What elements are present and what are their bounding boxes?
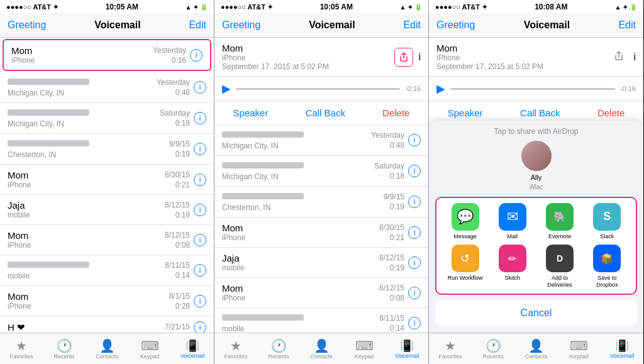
greeting-btn-3[interactable]: Greeting — [436, 19, 475, 31]
info-btn-detail-3[interactable]: i — [633, 52, 636, 63]
airdrop-contact[interactable]: Ally iMac — [521, 141, 552, 190]
play-button[interactable]: ▶ — [222, 82, 231, 96]
tab-keypad-2[interactable]: ⌨ Keypad — [343, 339, 386, 360]
tab-favorites-3[interactable]: ★ Favorites — [429, 339, 472, 360]
tab-voicemail-2[interactable]: 📳 Voicemail — [386, 340, 428, 359]
edit-btn-3[interactable]: Edit — [618, 19, 636, 31]
list-item[interactable]: H ❤ 7/21/15 i — [0, 316, 214, 333]
vm-info: Jaja mobile — [8, 200, 165, 219]
tab-label: Voicemail — [610, 353, 635, 359]
info-btn[interactable]: i — [194, 174, 206, 186]
list-item[interactable]: Jaja mobile 8/12/15 0:19 i — [0, 195, 214, 225]
app-deliveries[interactable]: D Add to Deliveries — [541, 245, 579, 289]
speaker-button[interactable]: Speaker — [233, 108, 269, 118]
delete-button[interactable]: Delete — [382, 108, 409, 118]
vm-sub: mobile — [8, 211, 165, 219]
info-btn[interactable]: i — [408, 165, 421, 177]
info-btn[interactable]: i — [408, 256, 421, 269]
vm-name: Mom — [8, 291, 169, 302]
tab-keypad-3[interactable]: ⌨ Keypad — [558, 339, 601, 360]
vm-info: Mom iPhone — [8, 230, 165, 250]
list-item[interactable]: Mom iPhone 8/1/15 0:28 i — [0, 286, 214, 316]
speaker-button-3[interactable]: Speaker — [448, 108, 483, 118]
app-skitch[interactable]: ✏ Skitch — [494, 245, 531, 289]
share-button[interactable] — [394, 48, 413, 67]
greeting-btn-1[interactable]: Greeting — [8, 19, 46, 31]
info-btn-selected[interactable]: i — [190, 49, 203, 62]
info-btn[interactable]: i — [408, 134, 421, 146]
app-workflow[interactable]: ↺ Run Workflow — [447, 245, 484, 289]
list-item[interactable]: Chesterton, IN 9/9/15 0:19 i — [214, 187, 428, 218]
list-item[interactable]: mobile 8/11/15 0:14 i — [0, 255, 214, 286]
info-btn[interactable]: i — [408, 196, 421, 208]
vm-date: Saturday — [160, 109, 190, 118]
list-item[interactable]: Michigan City, IN Yesterday 0:48 i — [214, 125, 428, 156]
info-btn[interactable]: i — [408, 287, 421, 299]
tab-recents-2[interactable]: 🕐 Recents — [257, 339, 300, 360]
info-btn[interactable]: i — [408, 317, 421, 329]
info-btn-detail[interactable]: i — [418, 52, 421, 63]
tab-recents[interactable]: 🕐 Recents — [43, 339, 86, 360]
vm-date: Yesterday — [157, 78, 190, 87]
callback-button[interactable]: Call Back — [306, 108, 345, 118]
tab-bar-1: ★ Favorites 🕐 Recents 👤 Contacts ⌨ Keypa… — [0, 333, 214, 364]
edit-btn-2[interactable]: Edit — [403, 19, 421, 31]
info-btn[interactable]: i — [194, 264, 206, 277]
cancel-button[interactable]: Cancel — [435, 300, 637, 326]
tab-favorites-2[interactable]: ★ Favorites — [214, 339, 257, 360]
tab-keypad[interactable]: ⌨ Keypad — [128, 339, 171, 360]
info-btn[interactable]: i — [194, 204, 206, 216]
app-evernote[interactable]: 🐘 Evernote — [541, 203, 579, 240]
greeting-btn-2[interactable]: Greeting — [222, 19, 260, 31]
vm-duration: 0:08 — [390, 294, 404, 302]
app-label: Save to Dropbox — [588, 275, 626, 289]
tab-label: Keypad — [140, 353, 160, 360]
app-label: Message — [453, 233, 477, 240]
airdrop-contacts: Ally iMac — [429, 141, 643, 197]
tab-contacts[interactable]: 👤 Contacts — [86, 339, 128, 360]
app-message[interactable]: 💬 Message — [447, 203, 484, 240]
info-btn[interactable]: i — [194, 234, 206, 246]
list-item[interactable]: Mom iPhone 8/30/15 0:21 i — [0, 165, 214, 195]
tab-label: Contacts — [96, 353, 118, 360]
list-item[interactable]: mobile 8/11/15 0:14 i — [214, 308, 428, 333]
info-btn[interactable]: i — [194, 295, 206, 307]
list-item[interactable]: Mom iPhone 8/30/15 0:21 i — [214, 218, 428, 248]
vm-item-selected[interactable]: Mom iPhone Yesterday 0:16 i — [3, 39, 211, 71]
contact-date-3: September 17, 2015 at 5:02 PM — [436, 62, 543, 71]
tab-recents-3[interactable]: 🕐 Recents — [472, 339, 514, 360]
vm-date: Yesterday — [371, 131, 404, 140]
list-item[interactable]: Chesterton, IN 9/9/15 0:19 i — [0, 134, 214, 165]
tab-contacts-2[interactable]: 👤 Contacts — [300, 339, 343, 360]
progress-track[interactable] — [236, 88, 400, 90]
tab-voicemail-3[interactable]: 📳 Voicemail — [601, 340, 643, 359]
info-btn[interactable]: i — [194, 143, 206, 155]
info-btn[interactable]: i — [408, 226, 421, 239]
tab-label: Voicemail — [395, 353, 419, 359]
list-item[interactable]: Mom iPhone 8/12/15 0:08 i — [214, 278, 428, 308]
app-mail[interactable]: ✉ Mail — [494, 203, 531, 240]
vm-right: Yesterday 0:48 — [371, 131, 404, 150]
delete-button-3[interactable]: Delete — [597, 108, 625, 118]
info-btn[interactable]: i — [194, 321, 206, 333]
info-btn[interactable]: i — [194, 81, 206, 94]
vm-right: 8/1/15 0:28 — [169, 292, 190, 311]
app-slack[interactable]: S Slack — [588, 203, 626, 240]
info-btn[interactable]: i — [194, 112, 206, 124]
app-dropbox[interactable]: 📦 Save to Dropbox — [588, 245, 626, 289]
list-item[interactable]: Michigan City, IN Saturday 0:18 i — [214, 156, 428, 187]
deliveries-icon: D — [546, 245, 574, 272]
tab-voicemail[interactable]: 📳 Voicemail — [171, 340, 214, 359]
tab-contacts-3[interactable]: 👤 Contacts — [514, 339, 557, 360]
progress-track-3[interactable] — [450, 88, 615, 90]
play-button-3[interactable]: ▶ — [436, 82, 445, 96]
vm-date: 7/21/15 — [165, 323, 190, 331]
list-item[interactable]: Mom iPhone 8/12/15 0:08 i — [0, 225, 214, 255]
tab-favorites[interactable]: ★ Favorites — [0, 339, 43, 360]
list-item[interactable]: Michigan City, IN Saturday 0:18 i — [0, 103, 214, 134]
callback-button-3[interactable]: Call Back — [520, 108, 560, 118]
list-item[interactable]: Michigan City, IN Yesterday 0:48 i — [0, 72, 214, 103]
edit-btn-1[interactable]: Edit — [189, 19, 206, 31]
list-item[interactable]: Jaja mobile 8/12/15 0:19 i — [214, 248, 428, 278]
time-1: 10:05 AM — [106, 3, 138, 11]
